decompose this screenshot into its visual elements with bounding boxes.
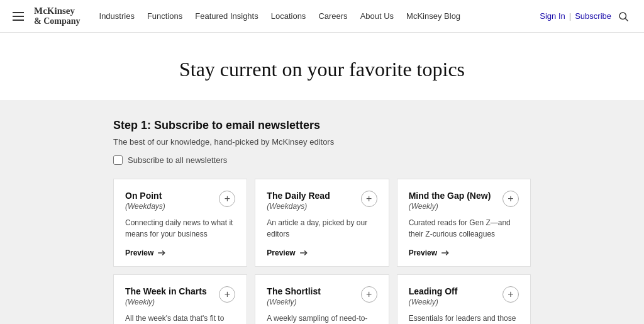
nav-link-functions[interactable]: Functions <box>147 11 182 21</box>
card-description: Essentials for leaders and those they le… <box>409 313 519 324</box>
nav-link-careers[interactable]: Careers <box>318 11 347 21</box>
card-description: Connecting daily news to what it means f… <box>125 217 235 241</box>
search-button[interactable] <box>615 8 631 25</box>
svg-point-0 <box>619 13 626 20</box>
card-title: The Shortlist <box>267 286 354 296</box>
card-title-block: Mind the Gap (New)(Weekly) <box>409 191 496 211</box>
nav-sep: | <box>569 11 571 21</box>
card-add-button[interactable]: + <box>502 286 519 303</box>
card-title: Mind the Gap (New) <box>409 191 496 201</box>
card-add-button[interactable]: + <box>502 191 519 207</box>
main-content: Step 1: Subscribe to email newsletters T… <box>0 100 644 324</box>
card-frequency: (Weekdays) <box>267 202 354 211</box>
logo-text-line1: McKinsey <box>34 5 80 16</box>
nav-link-industries[interactable]: Industries <box>99 11 135 21</box>
nav-link-locations[interactable]: Locations <box>271 11 306 21</box>
card-preview-link[interactable]: Preview <box>125 249 235 257</box>
search-icon <box>618 11 629 22</box>
card-frequency: (Weekly) <box>125 298 213 306</box>
newsletter-card: On Point(Weekdays)+Connecting daily news… <box>113 179 247 267</box>
subscribe-all-checkbox[interactable] <box>113 155 123 165</box>
svg-line-1 <box>625 18 628 21</box>
card-title: The Week in Charts <box>125 286 213 296</box>
card-preview-label: Preview <box>409 249 437 257</box>
nav-link-about-us[interactable]: About Us <box>360 11 394 21</box>
card-title: On Point <box>125 191 213 201</box>
card-header: The Daily Read(Weekdays)+ <box>267 191 377 211</box>
card-add-button[interactable]: + <box>219 191 235 207</box>
hamburger-menu[interactable] <box>13 12 24 21</box>
card-preview-label: Preview <box>267 249 295 257</box>
step-subtitle: The best of our knowledge, hand-picked b… <box>113 137 531 147</box>
card-title-block: The Week in Charts(Weekly) <box>125 286 213 306</box>
sign-in-link[interactable]: Sign In <box>540 11 565 21</box>
card-description: Curated reads for Gen Z—and their Z-curi… <box>409 217 519 241</box>
card-header: On Point(Weekdays)+ <box>125 191 235 211</box>
card-title-block: On Point(Weekdays) <box>125 191 213 211</box>
card-add-button[interactable]: + <box>361 286 377 303</box>
card-header: Leading Off(Weekly)+ <box>409 286 519 306</box>
subscribe-all-text: Subscribe to all newsletters <box>128 155 227 165</box>
card-frequency: (Weekdays) <box>125 202 213 211</box>
arrow-icon <box>299 249 308 257</box>
card-description: A weekly sampling of need-to-know ideas <box>267 313 377 324</box>
hero-title: Stay current on your favorite topics <box>13 58 631 81</box>
nav-link-featured-insights[interactable]: Featured Insights <box>195 11 258 21</box>
newsletter-card: The Week in Charts(Weekly)+All the week'… <box>113 274 247 324</box>
newsletter-card: The Daily Read(Weekdays)+An article a da… <box>255 179 389 267</box>
card-title-block: Leading Off(Weekly) <box>409 286 496 306</box>
nav-link-mckinsey-blog[interactable]: McKinsey Blog <box>406 11 460 21</box>
card-description: An article a day, picked by our editors <box>267 217 377 241</box>
card-frequency: (Weekly) <box>267 298 354 306</box>
step-title: Step 1: Subscribe to email newsletters <box>113 119 531 132</box>
card-add-button[interactable]: + <box>361 191 377 207</box>
logo-text-line2: & Company <box>34 16 80 27</box>
card-frequency: (Weekly) <box>409 298 496 306</box>
card-preview-label: Preview <box>125 249 153 257</box>
nav-links: IndustriesFunctionsFeatured InsightsLoca… <box>99 11 540 21</box>
logo-link[interactable]: McKinsey & Company <box>34 5 80 27</box>
card-description: All the week's data that's fit to visual… <box>125 313 235 324</box>
newsletter-grid: On Point(Weekdays)+Connecting daily news… <box>113 179 531 324</box>
card-title-block: The Daily Read(Weekdays) <box>267 191 354 211</box>
card-add-button[interactable]: + <box>219 286 235 303</box>
newsletter-card: The Shortlist(Weekly)+A weekly sampling … <box>255 274 389 324</box>
hero-section: Stay current on your favorite topics <box>0 33 644 100</box>
subscribe-all-label[interactable]: Subscribe to all newsletters <box>113 155 531 165</box>
card-header: The Shortlist(Weekly)+ <box>267 286 377 306</box>
subscribe-link[interactable]: Subscribe <box>575 11 611 21</box>
nav-auth: Sign In | Subscribe <box>540 8 631 25</box>
arrow-icon <box>441 249 450 257</box>
card-title: The Daily Read <box>267 191 354 201</box>
card-title-block: The Shortlist(Weekly) <box>267 286 354 306</box>
card-frequency: (Weekly) <box>409 202 496 211</box>
card-preview-link[interactable]: Preview <box>409 249 519 257</box>
card-header: The Week in Charts(Weekly)+ <box>125 286 235 306</box>
navigation: McKinsey & Company IndustriesFunctionsFe… <box>0 0 644 33</box>
arrow-icon <box>157 249 166 257</box>
newsletter-card: Mind the Gap (New)(Weekly)+Curated reads… <box>397 179 531 267</box>
card-title: Leading Off <box>409 286 496 296</box>
card-preview-link[interactable]: Preview <box>267 249 377 257</box>
newsletter-card: Leading Off(Weekly)+Essentials for leade… <box>397 274 531 324</box>
card-header: Mind the Gap (New)(Weekly)+ <box>409 191 519 211</box>
